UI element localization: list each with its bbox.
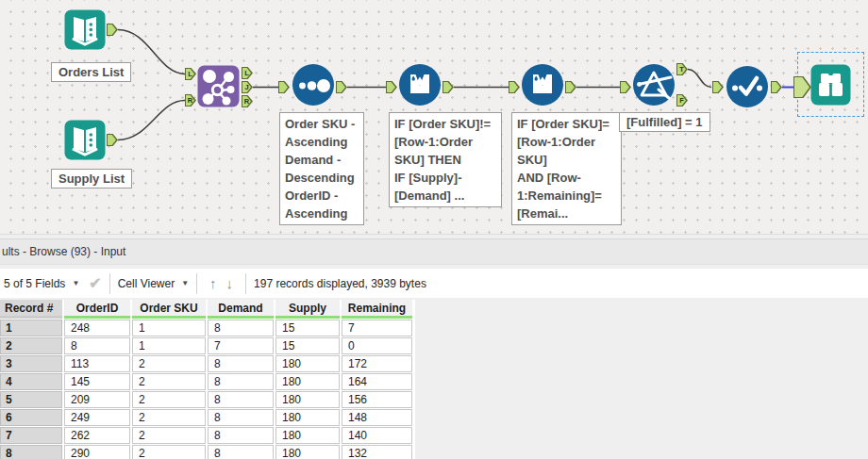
column-header-remaining[interactable]: Remaining xyxy=(342,300,412,319)
column-header-record[interactable]: Record # xyxy=(0,300,62,319)
arrow-up-icon[interactable]: ↑ xyxy=(205,275,222,291)
table-cell[interactable]: 2 xyxy=(132,391,206,408)
chevron-down-icon[interactable]: ▼ xyxy=(181,279,189,287)
results-panel-title: ults - Browse (93) - Input xyxy=(0,238,868,265)
table-cell[interactable]: 2 xyxy=(132,427,206,444)
table-cell[interactable]: 2 xyxy=(132,445,206,459)
table-row: 2 8 1 7 15 0 xyxy=(0,337,415,354)
table-cell[interactable]: 15 xyxy=(275,320,340,336)
table-cell[interactable]: 8 xyxy=(208,355,274,372)
input-anchor-right[interactable]: R xyxy=(185,94,196,107)
table-cell[interactable]: 8 xyxy=(208,427,274,444)
table-cell[interactable]: 8 xyxy=(208,373,274,390)
column-header-demand[interactable]: Demand xyxy=(208,300,274,319)
formula2-annotation[interactable]: IF [Order SKU]= [Row-1:Order SKU] AND [R… xyxy=(511,112,622,225)
sort-tool[interactable] xyxy=(292,64,334,106)
table-cell[interactable]: 180 xyxy=(275,445,340,459)
table-cell[interactable]: 1 xyxy=(132,320,206,336)
arrow-down-icon[interactable]: ↓ xyxy=(222,275,239,291)
tool-caption-supply[interactable]: Supply List xyxy=(51,169,132,189)
table-cell[interactable]: 249 xyxy=(64,409,130,426)
table-cell[interactable]: 290 xyxy=(64,445,130,459)
input-anchor[interactable] xyxy=(509,81,520,93)
output-anchor[interactable] xyxy=(565,81,576,93)
apply-check-icon[interactable]: ✔ xyxy=(89,274,101,292)
table-cell[interactable]: 156 xyxy=(342,391,412,408)
table-cell[interactable]: 148 xyxy=(342,409,412,426)
row-number: 4 xyxy=(0,373,62,390)
table-cell[interactable]: 209 xyxy=(64,391,130,408)
filter-tool[interactable] xyxy=(633,64,675,106)
table-cell[interactable]: 8 xyxy=(208,391,274,408)
table-cell[interactable]: 164 xyxy=(342,373,412,390)
formula1-annotation[interactable]: IF [Order SKU]!= [Row-1:Order SKU] THEN … xyxy=(389,112,502,207)
table-cell[interactable]: 2 xyxy=(132,373,206,390)
sort-icon xyxy=(292,64,334,106)
select-tool[interactable] xyxy=(726,66,768,107)
output-anchor-right[interactable]: R xyxy=(242,95,253,107)
input-anchor-left[interactable]: L xyxy=(185,68,196,80)
table-cell[interactable]: 262 xyxy=(64,427,130,444)
sort-annotation[interactable]: Order SKU - Ascending Demand - Descendin… xyxy=(279,112,364,225)
row-number: 1 xyxy=(0,320,62,336)
output-anchor-join[interactable]: J xyxy=(242,81,253,93)
browse-icon xyxy=(810,64,851,106)
table-cell[interactable]: 7 xyxy=(342,320,412,336)
table-cell[interactable]: 8 xyxy=(208,320,274,336)
table-cell[interactable]: 180 xyxy=(275,409,340,426)
output-anchor[interactable] xyxy=(336,81,347,93)
table-cell[interactable]: 140 xyxy=(342,427,412,444)
input-anchor[interactable] xyxy=(278,81,290,93)
table-cell[interactable]: 7 xyxy=(208,337,274,354)
toolbar-divider xyxy=(109,273,110,294)
multirow-formula-tool-1[interactable] xyxy=(399,64,441,106)
column-header-ordersku[interactable]: Order SKU xyxy=(132,300,206,319)
browse-tool[interactable] xyxy=(810,64,851,106)
output-anchor-false[interactable]: F xyxy=(676,94,688,107)
output-anchor[interactable] xyxy=(107,24,118,36)
fields-dropdown[interactable]: 5 of 5 Fields xyxy=(0,277,65,290)
column-header-supply[interactable]: Supply xyxy=(275,300,340,319)
tool-caption-orders[interactable]: Orders List xyxy=(51,62,131,82)
table-cell[interactable]: 180 xyxy=(275,373,340,390)
multirow-formula-tool-2[interactable] xyxy=(522,64,563,106)
table-cell[interactable]: 180 xyxy=(275,427,340,444)
output-anchor-true[interactable]: T xyxy=(676,63,688,75)
chevron-down-icon[interactable]: ▼ xyxy=(72,279,79,287)
output-anchor[interactable] xyxy=(771,81,782,93)
join-tool[interactable] xyxy=(197,65,240,107)
input-anchor[interactable] xyxy=(712,81,724,93)
table-cell[interactable]: 113 xyxy=(64,355,130,372)
table-cell[interactable]: 2 xyxy=(132,409,206,426)
workflow-canvas[interactable]: Orders List Supply List L R L xyxy=(0,0,868,235)
table-cell[interactable]: 8 xyxy=(208,445,274,459)
results-title-text: ults - Browse (93) - Input xyxy=(2,245,125,258)
input-anchor[interactable] xyxy=(620,81,631,93)
input-anchor[interactable] xyxy=(386,81,397,93)
output-anchor-left[interactable]: L xyxy=(242,67,253,79)
table-cell[interactable]: 15 xyxy=(275,337,340,354)
output-anchor[interactable] xyxy=(107,134,118,146)
table-cell[interactable]: 180 xyxy=(275,391,340,408)
table-cell[interactable]: 248 xyxy=(64,320,130,336)
table-cell[interactable]: 180 xyxy=(275,355,340,372)
filter-annotation[interactable]: [Fulfilled] = 1 xyxy=(619,112,710,132)
data-grid: Record # OrderID Order SKU Demand Supply… xyxy=(0,300,415,459)
column-header-orderid[interactable]: OrderID xyxy=(64,300,130,319)
table-row: 7 262 2 8 180 140 xyxy=(0,427,415,444)
input-data-tool-orders[interactable] xyxy=(64,9,106,50)
cell-viewer-dropdown[interactable]: Cell Viewer xyxy=(118,277,175,290)
output-anchor[interactable] xyxy=(442,81,454,93)
table-cell[interactable]: 1 xyxy=(132,337,206,354)
table-cell[interactable]: 145 xyxy=(64,373,130,390)
table-row: 1 248 1 8 15 7 xyxy=(0,320,415,336)
row-number: 8 xyxy=(0,445,62,459)
table-cell[interactable]: 8 xyxy=(64,337,130,354)
table-cell[interactable]: 172 xyxy=(342,355,412,372)
table-cell[interactable]: 132 xyxy=(342,445,412,459)
table-cell[interactable]: 2 xyxy=(132,355,206,372)
input-data-tool-supply[interactable] xyxy=(64,120,106,160)
table-cell[interactable]: 8 xyxy=(208,409,274,426)
table-cell[interactable]: 0 xyxy=(342,337,412,354)
multirow-formula-icon xyxy=(399,64,441,106)
